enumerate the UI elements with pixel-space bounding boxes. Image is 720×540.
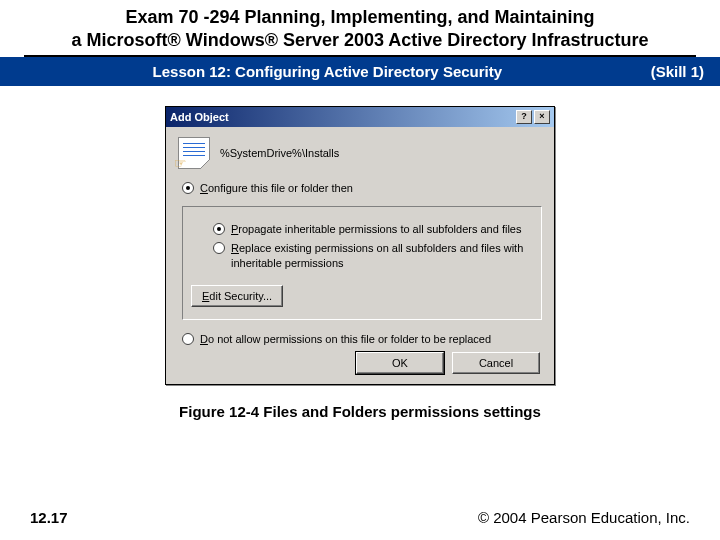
figure-caption: Figure 12-4 Files and Folders permission… bbox=[0, 403, 720, 420]
lesson-bar: Lesson 12: Configuring Active Directory … bbox=[0, 57, 720, 86]
object-path: %SystemDrive%\Installs bbox=[220, 147, 339, 159]
options-group: Configure this file or folder then Propa… bbox=[182, 181, 542, 347]
close-icon: × bbox=[539, 112, 544, 121]
option-propagate-label: Propagate inheritable permissions to all… bbox=[231, 222, 521, 237]
slide-title-line2: a Microsoft® Windows® Server 2003 Active… bbox=[34, 29, 686, 52]
skill-label: (Skill 1) bbox=[639, 63, 704, 80]
lesson-title: Lesson 12: Configuring Active Directory … bbox=[16, 63, 639, 80]
option-replace-label: Replace existing permissions on all subf… bbox=[231, 241, 533, 271]
slide-title-line1: Exam 70 -294 Planning, Implementing, and… bbox=[34, 6, 686, 29]
dialog-title: Add Object bbox=[170, 111, 514, 123]
radio-icon bbox=[182, 182, 194, 194]
radio-icon bbox=[182, 333, 194, 345]
help-icon: ? bbox=[521, 112, 527, 121]
option-propagate[interactable]: Propagate inheritable permissions to all… bbox=[213, 222, 533, 237]
edit-security-button[interactable]: Edit Security... bbox=[191, 285, 283, 307]
cancel-button[interactable]: Cancel bbox=[452, 352, 540, 374]
radio-icon bbox=[213, 223, 225, 235]
option-do-not-allow-label: Do not allow permissions on this file or… bbox=[200, 332, 491, 347]
option-replace[interactable]: Replace existing permissions on all subf… bbox=[213, 241, 533, 271]
copyright: © 2004 Pearson Education, Inc. bbox=[478, 509, 690, 526]
dialog-titlebar[interactable]: Add Object ? × bbox=[166, 107, 554, 127]
add-object-dialog: Add Object ? × ☞ %SystemDrive%\Installs … bbox=[165, 106, 555, 385]
radio-icon bbox=[213, 242, 225, 254]
close-button[interactable]: × bbox=[534, 110, 550, 124]
option-do-not-allow[interactable]: Do not allow permissions on this file or… bbox=[182, 332, 542, 347]
note-icon: ☞ bbox=[178, 137, 210, 169]
option-configure[interactable]: Configure this file or folder then bbox=[182, 181, 542, 196]
page-number: 12.17 bbox=[30, 509, 68, 526]
help-button[interactable]: ? bbox=[516, 110, 532, 124]
configure-subpanel: Propagate inheritable permissions to all… bbox=[182, 206, 542, 321]
ok-button[interactable]: OK bbox=[356, 352, 444, 374]
option-configure-label: Configure this file or folder then bbox=[200, 181, 353, 196]
slide-title: Exam 70 -294 Planning, Implementing, and… bbox=[24, 0, 696, 57]
slide-footer: 12.17 © 2004 Pearson Education, Inc. bbox=[0, 509, 720, 526]
